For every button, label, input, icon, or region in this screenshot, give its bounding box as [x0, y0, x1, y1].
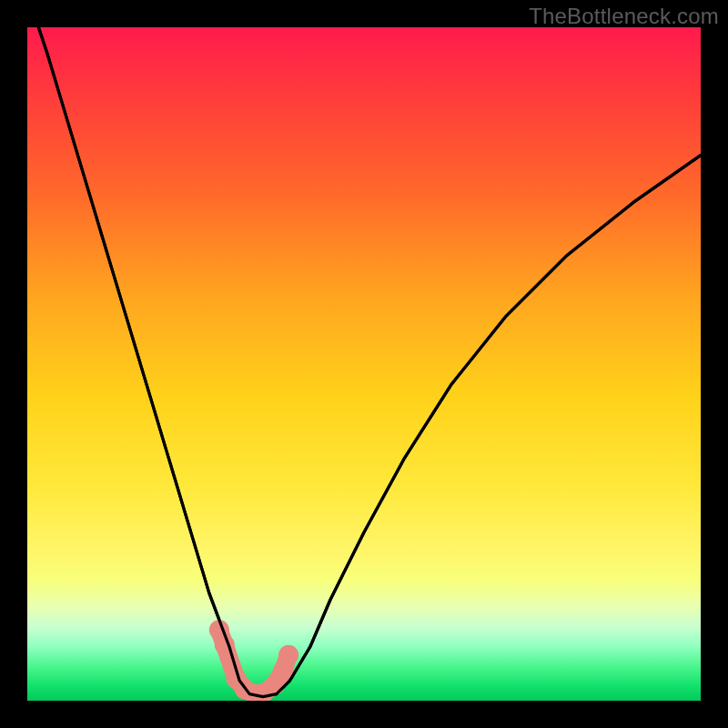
bottleneck-curve	[27, 27, 701, 697]
bottleneck-chart	[27, 27, 701, 701]
watermark-text: TheBottleneck.com	[529, 4, 719, 29]
chart-plot-area	[27, 27, 701, 701]
bottleneck-curve	[27, 27, 701, 697]
highlight-dot	[278, 645, 298, 665]
